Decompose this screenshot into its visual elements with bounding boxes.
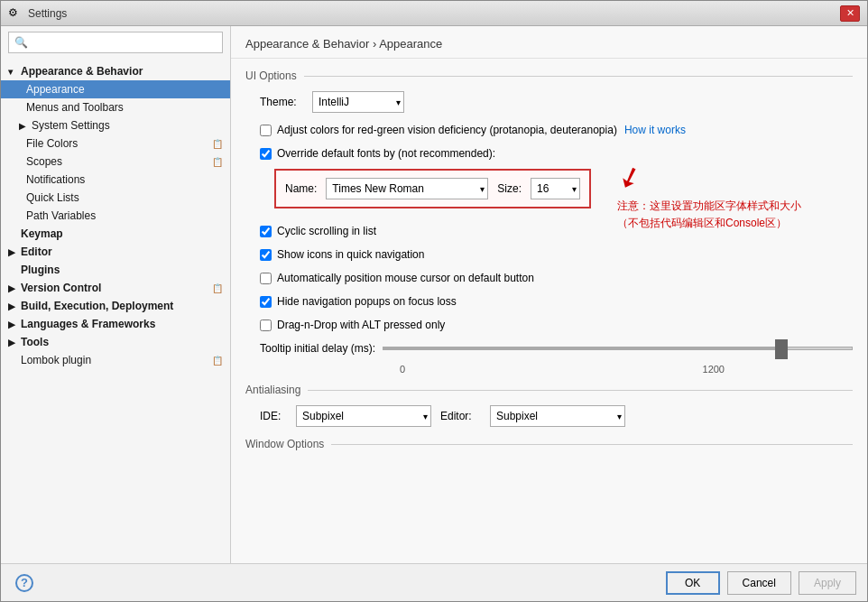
sidebar-item-version-control[interactable]: ▶ Version Control 📋 — [1, 279, 230, 297]
override-fonts-label[interactable]: Override default fonts by (not recommend… — [260, 147, 495, 160]
show-icons-label[interactable]: Show icons in quick navigation — [260, 248, 424, 261]
font-selection-area: Name: Times New Roman Arial Courier New … — [274, 169, 853, 216]
close-button[interactable]: ✕ — [840, 5, 860, 22]
drag-drop-checkbox[interactable] — [260, 320, 272, 331]
show-icons-text: Show icons in quick navigation — [277, 248, 424, 261]
cyclic-scrolling-label[interactable]: Cyclic scrolling in list — [260, 225, 376, 237]
sidebar-item-label: File Colors — [26, 137, 78, 150]
tooltip-slider-track — [383, 347, 853, 350]
color-blind-row: Adjust colors for red-green vision defic… — [260, 122, 853, 138]
font-size-select-wrapper[interactable]: 10 11 12 13 14 16 18 20 — [531, 178, 580, 199]
ide-anti-label: IDE: — [260, 410, 287, 422]
window-title: Settings — [28, 7, 840, 20]
sidebar-item-label: Keymap — [21, 227, 63, 240]
sidebar-item-label: System Settings — [32, 119, 110, 132]
color-blind-text: Adjust colors for red-green vision defic… — [277, 124, 617, 136]
drag-drop-label[interactable]: Drag-n-Drop with ALT pressed only — [260, 319, 445, 331]
editor-anti-select-wrapper[interactable]: Subpixel Greyscale None — [490, 405, 625, 427]
sidebar-item-label: Languages & Frameworks — [21, 318, 155, 330]
theme-select-wrapper[interactable]: IntelliJ Darcula High Contrast — [312, 91, 404, 113]
main-content-area: 🔍 ▾ Appearance & Behavior Appearance Men… — [1, 26, 867, 563]
hide-popups-checkbox[interactable] — [260, 296, 272, 308]
search-input[interactable] — [32, 36, 217, 49]
ok-button[interactable]: OK — [666, 571, 720, 595]
hide-popups-text: Hide navigation popups on focus loss — [277, 295, 457, 308]
editor-anti-label: Editor: — [440, 410, 481, 422]
sidebar-item-lombok-plugin[interactable]: ▶ Lombok plugin 📋 — [1, 351, 230, 369]
sidebar-item-build-execution[interactable]: ▶ Build, Execution, Deployment — [1, 297, 230, 315]
font-name-select-wrapper[interactable]: Times New Roman Arial Courier New Helvet… — [326, 178, 488, 199]
cancel-button[interactable]: Cancel — [727, 571, 791, 595]
arrow-container: ➘ — [617, 160, 642, 198]
tooltip-slider-thumb[interactable] — [775, 339, 788, 359]
theme-select[interactable]: IntelliJ Darcula High Contrast — [312, 91, 404, 113]
main-panel: Appearance & Behavior › Appearance UI Op… — [231, 26, 867, 563]
breadcrumb: Appearance & Behavior › Appearance — [245, 37, 442, 51]
sidebar-item-file-colors[interactable]: File Colors 📋 — [1, 134, 230, 153]
auto-position-row: Automatically position mouse cursor on d… — [260, 270, 853, 286]
settings-tree: ▾ Appearance & Behavior Appearance Menus… — [1, 59, 230, 563]
color-blind-label[interactable]: Adjust colors for red-green vision defic… — [260, 124, 617, 136]
override-fonts-checkbox[interactable] — [260, 148, 272, 160]
sidebar-item-notifications[interactable]: Notifications — [1, 171, 230, 189]
search-icon: 🔍 — [14, 36, 28, 49]
font-name-select[interactable]: Times New Roman Arial Courier New Helvet… — [326, 178, 488, 199]
sidebar-item-keymap[interactable]: ▶ Keymap — [1, 225, 230, 243]
sidebar-item-tools[interactable]: ▶ Tools — [1, 333, 230, 351]
search-box[interactable]: 🔍 — [8, 32, 223, 53]
scopes-icon: 📋 — [212, 157, 223, 167]
font-box: Name: Times New Roman Arial Courier New … — [274, 169, 591, 208]
auto-position-label[interactable]: Automatically position mouse cursor on d… — [260, 272, 534, 284]
override-fonts-text: Override default fonts by (not recommend… — [277, 147, 495, 160]
sidebar-item-label: Build, Execution, Deployment — [21, 300, 173, 312]
ide-anti-select-wrapper[interactable]: Subpixel Greyscale None — [296, 405, 431, 427]
drag-drop-row: Drag-n-Drop with ALT pressed only — [260, 317, 853, 333]
theme-row: Theme: IntelliJ Darcula High Contrast — [260, 91, 853, 113]
sidebar-item-languages-frameworks[interactable]: ▶ Languages & Frameworks — [1, 315, 230, 333]
sidebar-item-label: Appearance & Behavior — [21, 65, 143, 78]
sidebar-item-plugins[interactable]: ▶ Plugins — [1, 261, 230, 279]
hide-popups-label[interactable]: Hide navigation popups on focus loss — [260, 295, 457, 308]
editor-anti-select[interactable]: Subpixel Greyscale None — [490, 405, 625, 427]
red-arrow-icon: ➘ — [612, 157, 646, 198]
bottom-bar: ? OK Cancel Apply — [1, 563, 867, 601]
drag-drop-text: Drag-n-Drop with ALT pressed only — [277, 319, 445, 331]
sidebar-item-label: Tools — [21, 336, 49, 348]
color-blind-checkbox[interactable] — [260, 125, 272, 136]
font-name-label: Name: — [285, 182, 317, 195]
auto-position-checkbox[interactable] — [260, 273, 272, 284]
window-icon: ⚙ — [8, 6, 23, 21]
sidebar-item-menus-toolbars[interactable]: Menus and Toolbars — [1, 98, 230, 116]
sidebar-item-appearance-behavior[interactable]: ▾ Appearance & Behavior — [1, 62, 230, 80]
sidebar-item-label: Notifications — [26, 173, 85, 186]
expand-arrow: ▾ — [8, 67, 21, 77]
sidebar-item-editor[interactable]: ▶ Editor — [1, 243, 230, 261]
sidebar-item-quick-lists[interactable]: Quick Lists — [1, 189, 230, 207]
help-button[interactable]: ? — [15, 574, 33, 592]
ide-anti-select[interactable]: Subpixel Greyscale None — [296, 405, 431, 427]
show-icons-checkbox[interactable] — [260, 249, 272, 261]
cyclic-scrolling-checkbox[interactable] — [260, 226, 272, 237]
expand-arrow: ▶ — [8, 247, 21, 257]
sidebar-item-label: Plugins — [21, 264, 60, 276]
auto-position-text: Automatically position mouse cursor on d… — [277, 272, 534, 284]
sidebar-item-label: Path Variables — [26, 209, 96, 222]
sidebar-item-label: Version Control — [21, 282, 101, 294]
expand-arrow: ▶ — [8, 338, 21, 347]
annotation-text: 注意：这里设置功能区字体样式和大小（不包括代码编辑区和Console区） — [617, 198, 801, 232]
how-it-works-link[interactable]: How it works — [624, 124, 686, 136]
tooltip-row: Tooltip initial delay (ms): — [260, 342, 853, 355]
tooltip-delay-label: Tooltip initial delay (ms): — [260, 342, 375, 355]
file-colors-icon: 📋 — [212, 139, 223, 149]
sidebar-item-label: Menus and Toolbars — [26, 101, 124, 114]
sidebar-item-path-variables[interactable]: Path Variables — [1, 207, 230, 225]
sidebar: 🔍 ▾ Appearance & Behavior Appearance Men… — [1, 26, 231, 563]
apply-button[interactable]: Apply — [799, 571, 856, 595]
sidebar-item-appearance[interactable]: Appearance — [1, 80, 230, 98]
sidebar-item-scopes[interactable]: Scopes 📋 — [1, 153, 230, 171]
font-size-select[interactable]: 10 11 12 13 14 16 18 20 — [531, 178, 580, 199]
window-options-label: Window Options — [245, 438, 853, 450]
antialiasing-section-label: Antialiasing — [245, 384, 853, 396]
annotation-area: ➘ 注意：这里设置功能区字体样式和大小（不包括代码编辑区和Console区） — [617, 160, 801, 232]
sidebar-item-system-settings[interactable]: ▶ System Settings — [1, 116, 230, 134]
